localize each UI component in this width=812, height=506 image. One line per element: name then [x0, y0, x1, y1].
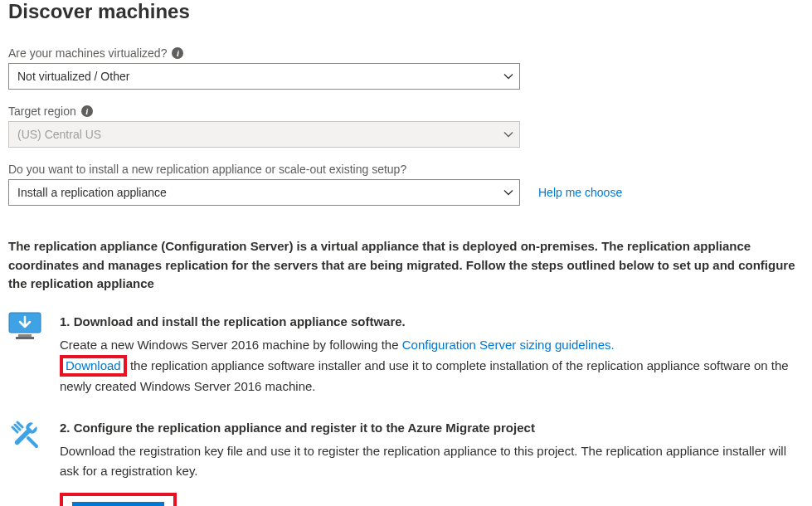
step-1-text-a: Create a new Windows Server 2016 machine…	[60, 338, 402, 352]
svg-rect-1	[18, 334, 32, 337]
virtualized-select-value[interactable]: Not virtualized / Other	[8, 63, 520, 90]
download-link-highlight: Download	[60, 355, 127, 377]
target-region-field: Target region i (US) Central US	[8, 105, 804, 148]
target-region-label: Target region i	[8, 105, 804, 118]
virtualized-select[interactable]: Not virtualized / Other	[8, 63, 520, 90]
intro-text: The replication appliance (Configuration…	[8, 237, 804, 294]
target-region-label-text: Target region	[8, 105, 76, 118]
download-button[interactable]: Download	[72, 502, 164, 507]
tools-icon	[8, 418, 41, 451]
step-1-title: 1. Download and install the replication …	[60, 312, 804, 332]
install-option-label-text: Do you want to install a new replication…	[8, 163, 406, 176]
install-option-label: Do you want to install a new replication…	[8, 163, 804, 176]
install-option-select-value[interactable]: Install a replication appliance	[8, 179, 520, 206]
target-region-select: (US) Central US	[8, 121, 520, 148]
step-1-line-2: Download the replication appliance softw…	[60, 355, 804, 397]
step-2-body: Download the registration key file and u…	[60, 441, 804, 481]
download-button-highlight: Download	[60, 493, 177, 507]
step-2-title: 2. Configure the replication appliance a…	[60, 418, 804, 438]
page-title: Discover machines	[8, 0, 804, 23]
step-1-text-b: the replication appliance software insta…	[60, 358, 789, 393]
virtualized-field: Are your machines virtualized? i Not vir…	[8, 46, 804, 90]
step-1-line-1: Create a new Windows Server 2016 machine…	[60, 335, 804, 355]
help-me-choose-link[interactable]: Help me choose	[538, 186, 622, 199]
info-icon[interactable]: i	[172, 47, 183, 59]
virtualized-label: Are your machines virtualized? i	[8, 46, 804, 60]
svg-rect-2	[16, 337, 34, 339]
download-installer-link[interactable]: Download	[66, 358, 121, 372]
install-option-select[interactable]: Install a replication appliance	[8, 179, 520, 206]
install-option-field: Do you want to install a new replication…	[8, 163, 804, 206]
config-server-sizing-link[interactable]: Configuration Server sizing guidelines.	[402, 338, 615, 352]
virtualized-label-text: Are your machines virtualized?	[8, 46, 167, 60]
download-monitor-icon	[8, 312, 41, 340]
step-1: 1. Download and install the replication …	[8, 312, 804, 397]
info-icon[interactable]: i	[81, 105, 93, 117]
target-region-select-value: (US) Central US	[8, 121, 520, 148]
step-2: 2. Configure the replication appliance a…	[8, 418, 804, 507]
